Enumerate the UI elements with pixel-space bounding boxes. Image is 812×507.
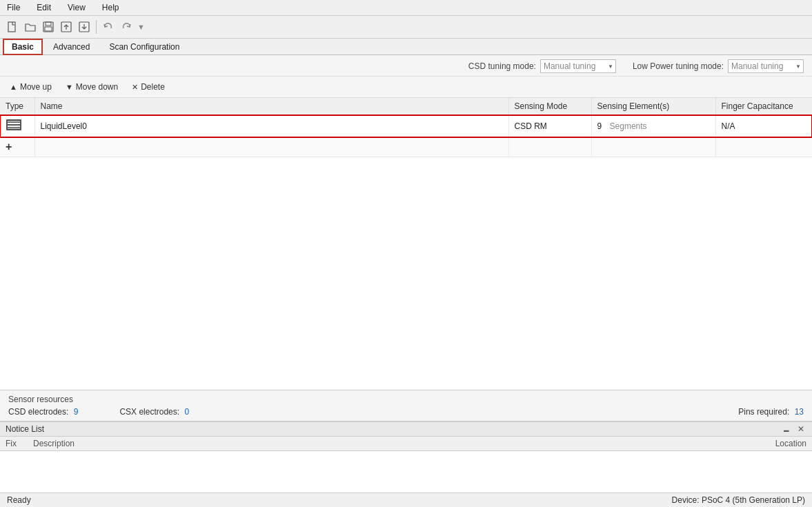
status-left: Ready: [7, 495, 31, 505]
new-button[interactable]: [4, 19, 21, 35]
table-row[interactable]: LiquidLevel0 CSD RM 9 Segments N/A: [0, 115, 812, 137]
cell-sensing-mode: CSD RM: [508, 115, 591, 137]
svg-rect-2: [46, 22, 51, 26]
notice-col-loc-header: Location: [724, 439, 806, 448]
low-power-tuning-item: Low Power tuning mode: Manual tuning Sma…: [633, 59, 804, 73]
col-header-sensing-elements: Sensing Element(s): [591, 98, 715, 115]
notice-minimize-button[interactable]: 🗕: [780, 424, 793, 434]
menu-file[interactable]: File: [3, 1, 24, 14]
resources-row: CSD electrodes: 9 CSX electrodes: 0 Pins…: [8, 407, 804, 417]
move-up-button[interactable]: ▲ Move up: [7, 81, 55, 93]
notice-list: Notice List 🗕 ✕ Fix Description Location: [0, 421, 812, 493]
notice-controls: 🗕 ✕: [780, 424, 806, 434]
notice-col-fix-header: Fix: [6, 439, 33, 448]
csx-electrodes-label: CSX electrodes:: [119, 407, 179, 417]
tab-scan-configuration[interactable]: Scan Configuration: [100, 39, 188, 55]
csd-electrodes-value: 9: [74, 407, 79, 417]
csd-tuning-label: CSD tuning mode:: [468, 61, 536, 71]
col-header-finger-capacitance: Finger Capacitance: [715, 98, 812, 115]
pins-required-item: Pins required: 13: [738, 407, 804, 417]
toolbar-separator: [96, 20, 97, 34]
tab-basic[interactable]: Basic: [3, 39, 43, 55]
save-button[interactable]: [40, 19, 57, 35]
csx-electrodes-value: 0: [184, 407, 189, 417]
status-right: Device: PSoC 4 (5th Generation LP): [672, 495, 805, 505]
menu-view[interactable]: View: [63, 1, 90, 14]
delete-icon: ✕: [132, 83, 138, 92]
col-header-sensing-mode: Sensing Mode: [508, 98, 591, 115]
notice-list-header: Notice List 🗕 ✕: [0, 422, 812, 437]
tab-advanced[interactable]: Advanced: [44, 39, 99, 55]
sensor-table-wrapper: Type Name Sensing Mode Sensing Element(s…: [0, 98, 812, 390]
action-row: ▲ Move up ▼ Move down ✕ Delete: [0, 77, 812, 98]
add-row-elements-cell: [591, 137, 715, 157]
redo-button[interactable]: [118, 19, 135, 35]
tuning-mode-row: CSD tuning mode: Manual tuning SmartSens…: [0, 55, 812, 77]
add-row-name-cell: [34, 137, 508, 157]
low-power-tuning-select[interactable]: Manual tuning SmartSense: [728, 59, 804, 73]
sensing-elements-label: Segments: [610, 121, 647, 131]
open-button[interactable]: [22, 19, 39, 35]
pins-required-value: 13: [795, 407, 804, 417]
move-up-label: Move up: [20, 82, 52, 92]
add-row-sensing-cell: [508, 137, 591, 157]
toolbar: ▼: [0, 16, 812, 39]
table-header-row: Type Name Sensing Mode Sensing Element(s…: [0, 98, 812, 115]
add-row[interactable]: +: [0, 137, 812, 157]
add-row-icon-cell: +: [0, 137, 34, 157]
low-power-tuning-label: Low Power tuning mode:: [633, 61, 724, 71]
cell-type: [0, 115, 34, 137]
delete-label: Delete: [141, 82, 165, 92]
move-down-button[interactable]: ▼ Move down: [63, 81, 121, 93]
sensor-table: Type Name Sensing Mode Sensing Element(s…: [0, 98, 812, 157]
status-bar: Ready Device: PSoC 4 (5th Generation LP): [0, 493, 812, 507]
sensor-resources: Sensor resources CSD electrodes: 9 CSX e…: [0, 390, 812, 421]
export-button[interactable]: [58, 19, 75, 35]
menu-edit[interactable]: Edit: [32, 1, 55, 14]
add-row-plus-icon: +: [6, 141, 12, 152]
csd-electrodes-label: CSD electrodes:: [8, 407, 68, 417]
notice-close-button[interactable]: ✕: [795, 424, 806, 434]
cell-name: LiquidLevel0: [34, 115, 508, 137]
notice-col-desc-header: Description: [33, 439, 724, 448]
svg-rect-0: [8, 22, 15, 32]
import-button[interactable]: [76, 19, 92, 35]
notice-list-content: [0, 451, 812, 493]
cell-sensing-elements: 9 Segments: [591, 115, 715, 137]
sensor-resources-title: Sensor resources: [8, 395, 804, 404]
notice-list-title: Notice List: [6, 424, 44, 434]
move-up-icon: ▲: [10, 83, 17, 91]
svg-rect-3: [45, 27, 52, 31]
menu-bar: File Edit View Help: [0, 0, 812, 16]
menu-help[interactable]: Help: [98, 1, 123, 14]
add-row-finger-cell: [715, 137, 812, 157]
svg-rect-8: [6, 119, 21, 130]
csd-tuning-select[interactable]: Manual tuning SmartSense: [540, 59, 616, 73]
delete-button[interactable]: ✕ Delete: [129, 81, 168, 93]
move-down-label: Move down: [76, 82, 118, 92]
col-header-type: Type: [0, 98, 34, 115]
notice-table-header: Fix Description Location: [0, 437, 812, 451]
pins-required-label: Pins required:: [738, 407, 789, 417]
sensing-elements-count: 9: [597, 121, 602, 131]
main-content: CSD tuning mode: Manual tuning SmartSens…: [0, 55, 812, 421]
csd-tuning-item: CSD tuning mode: Manual tuning SmartSens…: [468, 59, 616, 73]
tabs-bar: Basic Advanced Scan Configuration: [0, 39, 812, 55]
sensor-type-icon: [6, 119, 22, 133]
cell-finger-capacitance: N/A: [715, 115, 812, 137]
col-header-name: Name: [34, 98, 508, 115]
csd-electrodes-item: CSD electrodes: 9: [8, 407, 78, 417]
undo-button[interactable]: [100, 19, 117, 35]
move-down-icon: ▼: [66, 83, 73, 91]
csx-electrodes-item: CSX electrodes: 0: [119, 407, 189, 417]
